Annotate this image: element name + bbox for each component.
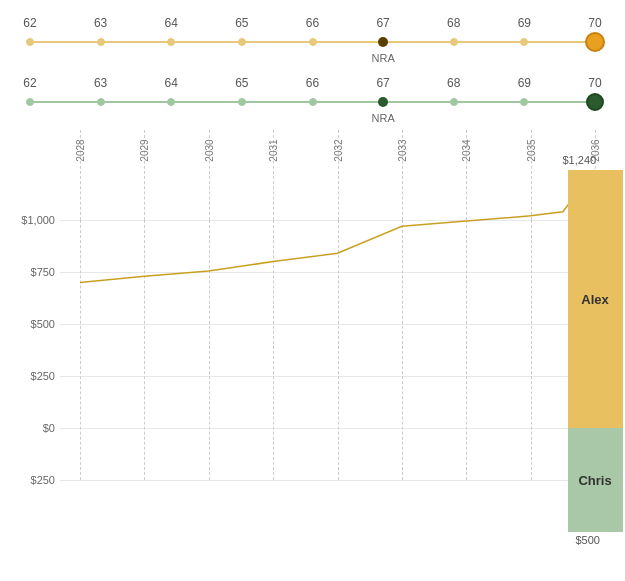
tick-alex-1	[97, 38, 105, 46]
age-label-63: 63	[81, 76, 121, 90]
chart-inner: AlexChris$1,240$500	[60, 220, 615, 480]
chris-nra-row: NRA	[10, 112, 615, 130]
y-label-250: $250	[31, 370, 55, 382]
tick-alex-3	[238, 38, 246, 46]
price-bottom-label: $500	[576, 534, 600, 546]
alex-age-labels: 626364656667686970	[10, 16, 615, 30]
tick-alex-2	[167, 38, 175, 46]
tick-chris-0	[26, 98, 34, 106]
alex-thumb[interactable]	[585, 32, 605, 52]
tick-alex-7	[520, 38, 528, 46]
year-label-2032: 2032	[332, 139, 343, 161]
age-label-63: 63	[81, 16, 121, 30]
year-label-2028: 2028	[75, 139, 86, 161]
age-label-65: 65	[222, 16, 262, 30]
year-label-2034: 2034	[461, 139, 472, 161]
age-label-65: 65	[222, 76, 262, 90]
line-chart-svg	[60, 220, 615, 480]
age-label-66: 66	[293, 76, 333, 90]
age-label-62: 62	[10, 76, 50, 90]
grid-line--250	[60, 480, 615, 481]
y-label-1000: $1,000	[21, 214, 55, 226]
age-label-70: 70	[575, 76, 615, 90]
nra-dot-alex	[378, 37, 388, 47]
y-label--250: $250	[31, 474, 55, 486]
tick-alex-6	[450, 38, 458, 46]
tick-chris-4	[309, 98, 317, 106]
tick-chris-1	[97, 98, 105, 106]
age-label-66: 66	[293, 16, 333, 30]
main-container: 626364656667686970 NRA 62636465666768697…	[0, 0, 625, 510]
age-label-62: 62	[10, 16, 50, 30]
chris-bar: Chris	[568, 428, 623, 532]
chris-nra-text: NRA	[372, 112, 395, 124]
nra-dot-chris	[378, 97, 388, 107]
age-label-64: 64	[151, 16, 191, 30]
y-label-0: $0	[43, 422, 55, 434]
y-label-500: $500	[31, 318, 55, 330]
age-label-69: 69	[504, 16, 544, 30]
year-label-2030: 2030	[203, 139, 214, 161]
tick-alex-4	[309, 38, 317, 46]
year-labels-area: 202820292030203120322033203420352036	[10, 130, 615, 220]
y-axis: $1,000$750$500$250$0$250	[10, 220, 60, 480]
age-label-68: 68	[434, 16, 474, 30]
age-label-67: 67	[363, 16, 403, 30]
chris-thumb[interactable]	[586, 93, 604, 111]
age-label-67: 67	[363, 76, 403, 90]
age-label-69: 69	[504, 76, 544, 90]
alex-track[interactable]	[10, 32, 615, 52]
age-label-68: 68	[434, 76, 474, 90]
tick-chris-7	[520, 98, 528, 106]
y-label-750: $750	[31, 266, 55, 278]
year-label-2029: 2029	[139, 139, 150, 161]
year-label-2033: 2033	[396, 139, 407, 161]
tick-chris-6	[450, 98, 458, 106]
tick-chris-2	[167, 98, 175, 106]
alex-bar: Alex	[568, 170, 623, 428]
chris-track[interactable]	[10, 92, 615, 112]
chris-age-labels: 626364656667686970	[10, 76, 615, 90]
chart-area: $1,000$750$500$250$0$250 AlexChris$1,240…	[10, 220, 615, 510]
alex-nra-row: NRA	[10, 52, 615, 70]
tick-alex-0	[26, 38, 34, 46]
tick-chris-3	[238, 98, 246, 106]
age-label-64: 64	[151, 76, 191, 90]
age-label-70: 70	[575, 16, 615, 30]
year-label-2035: 2035	[525, 139, 536, 161]
year-label-2031: 2031	[268, 139, 279, 161]
alex-nra-text: NRA	[372, 52, 395, 64]
price-top-label: $1,240	[563, 154, 597, 166]
